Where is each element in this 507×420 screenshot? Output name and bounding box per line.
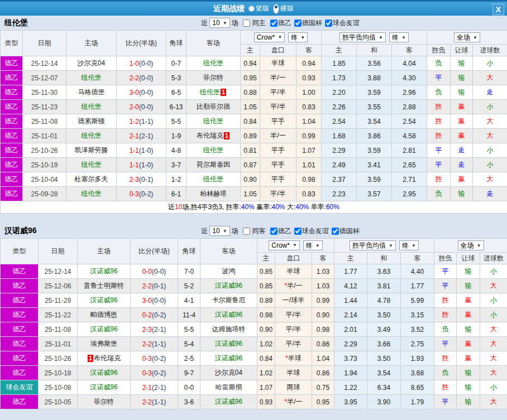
league-checkbox[interactable] bbox=[332, 228, 339, 235]
league-checkbox[interactable] bbox=[270, 228, 278, 235]
scope-select[interactable]: 全场▼ bbox=[458, 240, 484, 250]
team-link: 菲尔特 bbox=[94, 398, 114, 405]
home-team-cell: 汉诺威96 bbox=[78, 366, 131, 380]
avg-time-select[interactable]: 终▼ bbox=[399, 240, 419, 250]
league-checkbox[interactable] bbox=[294, 228, 302, 235]
match-row: 德乙25-10-19纽伦堡1-1(1-0)3-7荷尔斯泰因0.87平手1.012… bbox=[1, 158, 507, 172]
radio-selected-icon[interactable] bbox=[273, 4, 279, 14]
avg-home-odds: 2.29 bbox=[334, 337, 367, 351]
avg-home-odds: 2.49 bbox=[322, 158, 357, 172]
unit-label: 场 bbox=[232, 18, 238, 28]
scope-select[interactable]: 全场▼ bbox=[454, 32, 480, 42]
away-team-cell: 汉诺威96 bbox=[200, 395, 257, 409]
odds-company-header: Crow*▼终▼ bbox=[241, 31, 322, 45]
result-outcome: 胜 bbox=[434, 308, 457, 322]
radio-icon[interactable] bbox=[248, 6, 255, 12]
avg-draw-odds: 3.49 bbox=[367, 322, 401, 337]
avg-draw-odds: 3.59 bbox=[357, 172, 392, 187]
layout-radio-horizontal[interactable]: 横版 bbox=[273, 4, 294, 14]
close-icon[interactable]: X bbox=[492, 4, 504, 15]
full-time-score: 2-2 bbox=[142, 282, 152, 290]
half-time-score: (1-0) bbox=[139, 147, 153, 155]
section-team-2: 汉诺威96 近 10▼ 场 同客 德乙球会友谊德国杯 类型 日期 主场 比分(半… bbox=[0, 224, 507, 409]
avg-away-odds: 2.71 bbox=[392, 172, 427, 187]
bookmaker-select[interactable]: Crow*▼ bbox=[254, 32, 285, 42]
chevron-down-icon: ▼ bbox=[401, 35, 406, 40]
match-type-cell: 德乙 bbox=[1, 308, 39, 322]
half-time-score: (1-0) bbox=[139, 161, 153, 169]
home-team-cell: 德累斯顿 bbox=[66, 114, 117, 129]
home-team-cell: 纽伦堡 bbox=[66, 187, 117, 201]
avg-select[interactable]: 胜平负均值▼ bbox=[350, 240, 396, 250]
avg-home-odds: 1.44 bbox=[334, 293, 367, 308]
results-table: 类型 日期 主场 比分(半场) 角球 客场 Crow*▼终▼ 胜平负均值▼终▼ … bbox=[0, 30, 507, 214]
result-handicap: 输 bbox=[457, 279, 480, 293]
match-type-cell: 德乙 bbox=[1, 114, 23, 129]
league-checkbox[interactable] bbox=[294, 20, 302, 27]
team-link: 德累斯顿 bbox=[78, 117, 105, 125]
league-label: 德乙 bbox=[278, 226, 291, 236]
bookmaker-select[interactable]: Crow*▼ bbox=[269, 240, 300, 250]
odds-home: 0.90 bbox=[257, 322, 275, 337]
summary-segment: 40% bbox=[272, 203, 285, 211]
odds-away: 0.95 bbox=[312, 395, 334, 409]
avg-draw-odds: 3.63 bbox=[367, 264, 401, 279]
avg-select[interactable]: 胜平负均值▼ bbox=[339, 32, 386, 42]
subheader-handicap: 盘口 bbox=[260, 45, 296, 56]
layout-radio-vertical[interactable]: 竖版 bbox=[248, 4, 269, 13]
corner-cell: 5-5 bbox=[166, 114, 186, 129]
team-link: 沙尔克04 bbox=[78, 59, 105, 67]
team-link: 纽伦堡 bbox=[82, 103, 102, 110]
odds-away: 0.98 bbox=[312, 322, 334, 337]
league-filters: 德乙球会友谊德国杯 bbox=[267, 226, 360, 236]
avg-time-select[interactable]: 终▼ bbox=[389, 32, 409, 42]
team-link: 汉诺威96 bbox=[215, 311, 242, 318]
full-time-score: 0-3 bbox=[142, 355, 152, 363]
league-checkbox[interactable] bbox=[270, 20, 278, 27]
near-label: 近 bbox=[201, 226, 208, 236]
same-venue-checkbox[interactable] bbox=[243, 20, 250, 27]
half-time-score: (0-0) bbox=[152, 268, 166, 276]
result-handicap: 赢 bbox=[451, 114, 473, 129]
avg-draw-odds: 3.50 bbox=[367, 308, 401, 322]
home-team-cell: 纽伦堡 bbox=[66, 158, 117, 172]
avg-away-odds: 3.15 bbox=[401, 308, 434, 322]
result-outcome: 胜 bbox=[434, 293, 457, 308]
red-card-badge: 1 bbox=[221, 89, 226, 96]
league-checkbox[interactable] bbox=[325, 20, 332, 27]
match-count-select[interactable]: 10▼ bbox=[209, 18, 229, 28]
match-type-cell: 德乙 bbox=[1, 85, 23, 100]
odds-home: 1.05 bbox=[241, 100, 260, 114]
corner-cell: 5-3 bbox=[166, 71, 186, 85]
away-team-cell: 纽伦堡 bbox=[186, 114, 241, 129]
section-team-1: 纽伦堡 近 10▼ 场 同主 德乙德国杯球会友谊 类型 日期 主场 比分(半场)… bbox=[0, 16, 507, 214]
odds-handicap: 平/半 bbox=[275, 322, 312, 337]
odds-away: 0.99 bbox=[312, 293, 334, 308]
avg-home-odds: 4.12 bbox=[334, 279, 367, 293]
result-outcome: 胜 bbox=[427, 100, 451, 114]
home-team-cell: 1布伦瑞克 bbox=[78, 351, 131, 366]
match-count-select[interactable]: 10▼ bbox=[209, 226, 229, 236]
odds-handicap: *半球 bbox=[275, 351, 312, 366]
full-time-score: 2-0 bbox=[130, 103, 139, 111]
results-table: 类型 日期 主场 比分(半场) 角球 客场 Crow*▼终▼ 胜平负均值▼终▼ … bbox=[0, 238, 507, 409]
odds-time-select[interactable]: 终▼ bbox=[303, 240, 323, 250]
match-type-cell: 德乙 bbox=[1, 264, 39, 279]
avg-home-odds: 2.29 bbox=[322, 143, 357, 158]
odds-away: 1.04 bbox=[312, 351, 334, 366]
team-link: 杜塞尔多夫 bbox=[75, 175, 108, 183]
result-goals: 大 bbox=[480, 351, 507, 366]
summary-row: 近10场,胜4平3负3, 胜率:40% 赢率:40% 大:40% 单率:60% bbox=[1, 201, 507, 214]
odds-away: 1.00 bbox=[296, 85, 322, 100]
odds-home: 0.81 bbox=[241, 143, 260, 158]
match-row: 德乙25-09-28纽伦堡0-3(0-2)6-1柏林赫塔1.05平/半0.832… bbox=[1, 187, 507, 201]
team-link: 汉诺威96 bbox=[90, 369, 117, 376]
same-venue-checkbox[interactable] bbox=[243, 228, 250, 235]
home-team-cell: 普鲁士明斯特 bbox=[78, 279, 131, 293]
odds-time-select[interactable]: 终▼ bbox=[288, 32, 308, 42]
league-filters: 德乙德国杯球会友谊 bbox=[267, 18, 360, 28]
full-time-score: 0-2 bbox=[142, 311, 152, 319]
results-body: 德乙25-12-14汉诺威960-0(0-0)7-0波鸿0.85半球1.031.… bbox=[1, 264, 507, 409]
full-time-score: 2-3 bbox=[142, 326, 152, 334]
half-time-score: (0-2) bbox=[139, 190, 153, 198]
